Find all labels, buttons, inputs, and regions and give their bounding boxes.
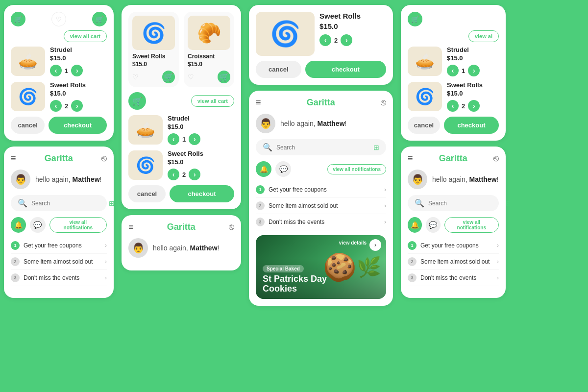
sweetrolls-plus-right[interactable]: › xyxy=(468,100,480,112)
bell-tab-1[interactable]: 🔔 xyxy=(11,217,26,233)
notif-item-1[interactable]: 1 Get your free coupons › xyxy=(11,238,107,254)
cart-top-icons: 🛒 ♡ 🛒 xyxy=(11,12,107,26)
notif-item-full-2[interactable]: 2 Some item almost sold out › xyxy=(256,198,386,214)
sweetrolls-plus-2[interactable]: › xyxy=(189,169,200,180)
sweetrolls-qty-minus[interactable]: ‹ xyxy=(50,100,62,112)
menu-icon-2[interactable]: ≡ xyxy=(128,222,134,232)
strudel-plus-right[interactable]: › xyxy=(468,65,480,76)
sweetrolls-name: Sweet Rolls xyxy=(50,81,107,89)
home-screen-full: ≡ Garitta ⎋ 👨 hello again, Matthew! 🔍 ⊞ … xyxy=(249,91,393,306)
chat-tab-1[interactable]: 💬 xyxy=(30,217,45,233)
view-all-cart-btn[interactable]: view all cart xyxy=(64,30,107,42)
cart-icon-circle-2[interactable]: 🛒 xyxy=(128,92,146,110)
sweetrolls-price-right: $15.0 xyxy=(447,90,499,97)
checkout-btn-2[interactable]: checkout xyxy=(170,185,234,202)
search-bar-right[interactable]: 🔍 ⊞ xyxy=(408,195,499,211)
notif-item-full-3[interactable]: 3 Don't miss the events › xyxy=(256,214,386,230)
checkout-btn-1[interactable]: checkout xyxy=(49,117,107,134)
filter-icon-1[interactable]: ⊞ xyxy=(109,199,115,207)
notif-item-right-3[interactable]: 3 Don't miss the events › xyxy=(408,270,499,286)
strudel-qty-plus[interactable]: › xyxy=(71,65,83,76)
strudel-qty-control-2: ‹ 1 › xyxy=(168,133,234,145)
detail-qty-plus[interactable]: › xyxy=(341,34,352,46)
menu-icon-full[interactable]: ≡ xyxy=(256,98,261,108)
filter-icon-full[interactable]: ⊞ xyxy=(373,144,379,151)
strudel-name: Strudel xyxy=(50,46,107,53)
logout-icon-full[interactable]: ⎋ xyxy=(381,98,386,108)
strudel-name-2: Strudel xyxy=(168,115,234,122)
logout-icon-right[interactable]: ⎋ xyxy=(493,153,499,164)
croissant-add-btn[interactable]: 🛒 xyxy=(218,71,230,83)
notif-item-2[interactable]: 2 Some item almost sold out › xyxy=(11,254,107,270)
croissant-heart-btn[interactable]: ♡ xyxy=(188,73,194,81)
cart-item-sweetrolls-right: 🌀 Sweet Rolls $15.0 ‹ 2 › xyxy=(408,81,499,112)
view-all-notif-btn-full[interactable]: view all notifications xyxy=(327,164,386,174)
cancel-btn-1[interactable]: cancel xyxy=(11,117,45,134)
bell-tab-right[interactable]: 🔔 xyxy=(408,217,422,233)
home-header-full: ≡ Garitta ⎋ xyxy=(256,98,386,108)
cart-icon-right[interactable]: 🛒 xyxy=(408,12,422,26)
sweetrolls-qty-right: ‹ 2 › xyxy=(447,100,499,112)
strudel-info: Strudel $15.0 ‹ 1 › xyxy=(50,46,107,76)
notif-item-full-1[interactable]: 1 Get your free coupons › xyxy=(256,182,386,198)
cart-icon[interactable]: 🛒 xyxy=(11,12,25,26)
notif-item-right-2[interactable]: 2 Some item almost sold out › xyxy=(408,254,499,270)
detail-qty-minus[interactable]: ‹ xyxy=(319,34,331,46)
view-all-cart-btn-2[interactable]: view all cart xyxy=(191,95,234,107)
cancel-btn-2[interactable]: cancel xyxy=(128,185,166,202)
sweetrolls-info-2: Sweet Rolls $15.0 ‹ 2 › xyxy=(168,150,234,180)
cart-icon-2[interactable]: 🛒 xyxy=(92,12,107,26)
sweetrolls-price: $15.0 xyxy=(50,90,107,97)
chat-tab-full[interactable]: 💬 xyxy=(275,161,291,177)
sweetrolls-minus-right[interactable]: ‹ xyxy=(447,100,459,112)
product-croissant-name: Croissant xyxy=(188,53,230,60)
cancel-btn-right[interactable]: cancel xyxy=(408,117,440,134)
search-bar-full[interactable]: 🔍 ⊞ xyxy=(256,139,386,155)
checkout-btn-right[interactable]: checkout xyxy=(444,117,499,134)
menu-icon-right[interactable]: ≡ xyxy=(408,153,413,164)
checkout-btn-detail[interactable]: checkout xyxy=(305,61,386,78)
product-sweetrolls-img: 🌀 xyxy=(132,16,175,50)
view-all-notif-btn-1[interactable]: view all notifications xyxy=(49,217,107,233)
strudel-plus-2[interactable]: › xyxy=(189,133,200,145)
home-header-right: ≡ Garitta ⎋ xyxy=(408,153,499,164)
view-details-link[interactable]: view details xyxy=(339,240,367,245)
notif-text-3: Don't miss the events xyxy=(24,274,101,281)
notif-arrow-full-1: › xyxy=(384,186,386,193)
chat-tab-right[interactable]: 💬 xyxy=(426,217,440,233)
product-croissant-actions: ♡ 🛒 xyxy=(188,71,230,83)
strudel-qty-minus[interactable]: ‹ xyxy=(50,65,62,76)
strudel-minus-right[interactable]: ‹ xyxy=(447,65,459,76)
bell-tab-full[interactable]: 🔔 xyxy=(256,161,271,177)
logout-icon-2[interactable]: ⎋ xyxy=(229,222,234,232)
filter-icon-right[interactable]: ⊞ xyxy=(506,199,510,207)
avatar-greeting-full: 👨 hello again, Matthew! xyxy=(256,114,386,133)
notif-arrow-right-2: › xyxy=(497,258,499,265)
notif-item-3[interactable]: 3 Don't miss the events › xyxy=(11,270,107,286)
notif-text-full-3: Don't miss the events xyxy=(269,219,380,225)
search-input-full[interactable] xyxy=(276,144,369,151)
search-input-right[interactable] xyxy=(428,200,502,207)
notif-arrow-full-3: › xyxy=(384,219,386,225)
search-bar-1[interactable]: 🔍 ⊞ xyxy=(11,195,107,211)
sweetrolls-heart-btn[interactable]: ♡ xyxy=(132,73,139,81)
notif-text-2: Some item almost sold out xyxy=(24,258,101,265)
sweetrolls-minus-2[interactable]: ‹ xyxy=(168,169,179,180)
sweetrolls-info: Sweet Rolls $15.0 ‹ 2 › xyxy=(50,81,107,112)
logout-icon-1[interactable]: ⎋ xyxy=(101,153,107,164)
cancel-btn-detail[interactable]: cancel xyxy=(256,61,301,78)
menu-icon-1[interactable]: ≡ xyxy=(11,153,16,164)
sweetrolls-qty-plus[interactable]: › xyxy=(71,100,83,112)
sweetrolls-info-right: Sweet Rolls $15.0 ‹ 2 › xyxy=(447,81,499,112)
banner-next-arrow[interactable]: › xyxy=(369,239,381,251)
notif-item-right-1[interactable]: 1 Get your free coupons › xyxy=(408,238,499,254)
strudel-minus-2[interactable]: ‹ xyxy=(168,133,179,145)
sweetrolls-add-btn[interactable]: 🛒 xyxy=(162,71,175,83)
strudel-qty-2: 1 xyxy=(182,136,186,143)
greeting-full: hello again, Matthew! xyxy=(280,120,346,127)
view-all-cart-btn-right[interactable]: view al xyxy=(468,30,499,42)
heart-icon[interactable]: ♡ xyxy=(51,12,66,26)
search-input-1[interactable] xyxy=(31,200,105,207)
notif-list-right: 1 Get your free coupons › 2 Some item al… xyxy=(408,238,499,286)
view-all-notif-btn-right[interactable]: view all notifications xyxy=(444,217,499,233)
